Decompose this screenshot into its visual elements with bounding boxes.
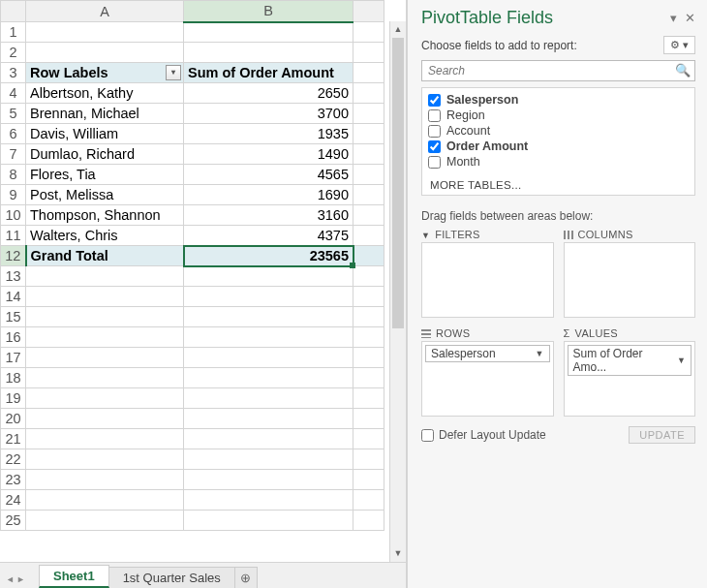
spreadsheet-grid[interactable]: A B 1 2 3 Row Labels ▾ Sum of Order Amou…	[0, 0, 384, 531]
field-month[interactable]: Month	[428, 154, 689, 170]
area-columns-label: COLUMNS	[578, 229, 633, 240]
col-header-a[interactable]: A	[26, 1, 184, 22]
chevron-down-icon[interactable]: ▼	[677, 356, 686, 365]
pivottable-fields-pane: PivotTable Fields ▾ ✕ Choose fields to a…	[407, 0, 707, 588]
rows-chip-salesperson[interactable]: Salesperson▼	[425, 345, 550, 362]
defer-layout-checkbox[interactable]: Defer Layout Update	[421, 428, 546, 442]
vertical-scrollbar[interactable]: ▲ ▼	[389, 21, 406, 562]
field-order-amount[interactable]: Order Amount	[428, 139, 689, 154]
col-header-c[interactable]	[354, 1, 384, 22]
pane-subtitle: Choose fields to add to report:	[421, 39, 577, 52]
area-rows-label: ROWS	[436, 327, 470, 339]
area-rows[interactable]: Salesperson▼	[421, 341, 554, 417]
chevron-down-icon: ▾	[683, 39, 689, 50]
gear-icon: ⚙	[670, 39, 680, 50]
scroll-thumb[interactable]	[392, 38, 404, 328]
area-values-label: VALUES	[575, 327, 618, 339]
drag-hint: Drag fields between areas below:	[421, 209, 695, 223]
area-columns[interactable]	[564, 242, 696, 318]
field-search-input[interactable]	[421, 60, 695, 81]
grand-total-value[interactable]: 23565	[184, 246, 354, 266]
sheet-tab-active[interactable]: Sheet1	[39, 565, 109, 588]
columns-icon	[564, 231, 573, 239]
scroll-down-icon[interactable]: ▼	[390, 545, 406, 562]
more-tables-link[interactable]: MORE TABLES...	[430, 179, 689, 191]
scroll-up-icon[interactable]: ▲	[390, 21, 406, 38]
update-button[interactable]: UPDATE	[629, 426, 695, 444]
sigma-icon	[564, 327, 570, 339]
tab-nav-arrows[interactable]: ◄►	[6, 574, 25, 584]
row-header[interactable]: 2	[1, 43, 26, 63]
col-header-b[interactable]: B	[184, 1, 354, 22]
sheet-tab-bar: ◄► Sheet1 1st Quarter Sales ⊕	[0, 562, 406, 588]
chevron-down-icon[interactable]: ▼	[536, 349, 544, 358]
area-filters-label: FILTERS	[435, 229, 480, 240]
row-header[interactable]: 1	[1, 22, 26, 43]
row-header[interactable]: 3	[1, 63, 26, 83]
area-filters[interactable]	[421, 242, 554, 318]
tools-button[interactable]: ⚙ ▾	[663, 36, 695, 54]
add-sheet-icon[interactable]: ⊕	[234, 567, 258, 588]
field-account[interactable]: Account	[428, 123, 689, 139]
pane-close-icon[interactable]: ✕	[685, 11, 695, 25]
filter-icon	[421, 229, 430, 240]
select-all-corner[interactable]	[1, 1, 26, 22]
area-values[interactable]: Sum of Order Amo...▼	[564, 341, 696, 417]
field-salesperson[interactable]: Salesperson	[428, 92, 689, 108]
field-list: Salesperson Region Account Order Amount …	[421, 87, 695, 196]
pivot-sum-header[interactable]: Sum of Order Amount	[184, 63, 354, 83]
grand-total-label[interactable]: Grand Total	[26, 246, 184, 266]
values-chip-sum-order[interactable]: Sum of Order Amo...▼	[568, 345, 692, 376]
field-region[interactable]: Region	[428, 108, 689, 123]
pane-dropdown-icon[interactable]: ▾	[670, 11, 677, 25]
pivot-rowlabels-header[interactable]: Row Labels ▾	[26, 63, 184, 83]
search-icon: 🔍	[675, 63, 691, 77]
pivot-rowlabels-text: Row Labels	[30, 65, 108, 80]
spreadsheet-area: A B 1 2 3 Row Labels ▾ Sum of Order Amou…	[0, 0, 407, 588]
filter-dropdown-icon[interactable]: ▾	[166, 65, 181, 80]
sheet-tab[interactable]: 1st Quarter Sales	[108, 567, 235, 588]
pane-title: PivotTable Fields	[421, 8, 553, 28]
rows-icon	[421, 329, 431, 338]
